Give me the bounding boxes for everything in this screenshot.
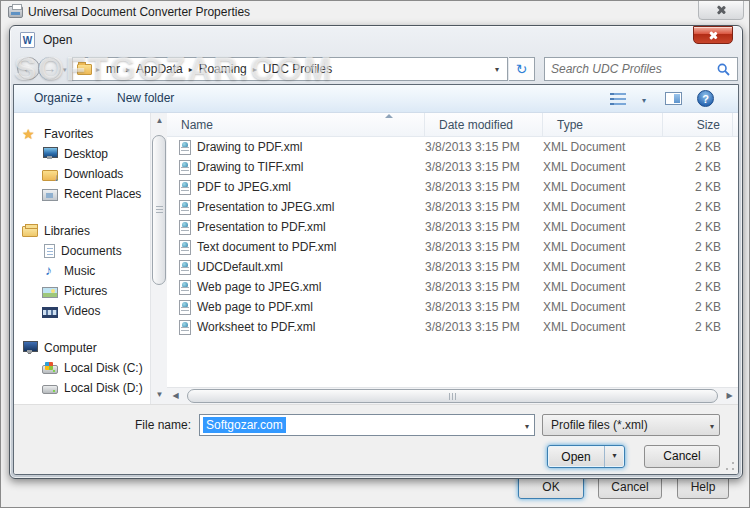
file-row[interactable]: PDF to JPEG.xml 3/8/2013 3:15 PM XML Doc…: [167, 177, 738, 197]
scrollbar-thumb[interactable]: [152, 135, 166, 285]
file-name-input[interactable]: Softgozar.com ▾: [199, 414, 535, 436]
group-libraries: Libraries Documents ♪ Music Pictures: [14, 220, 150, 321]
scroll-down-icon[interactable]: ▼: [151, 387, 168, 404]
dialog-close-button[interactable]: [693, 26, 733, 44]
sidebar-item-downloads[interactable]: Downloads: [14, 164, 150, 184]
column-header-date-modified[interactable]: Date modified: [425, 113, 543, 137]
scroll-up-icon[interactable]: ▲: [151, 113, 168, 130]
cancel-button[interactable]: Cancel: [644, 445, 720, 468]
crumb-appdata[interactable]: AppData: [136, 62, 183, 76]
file-date: 3/8/2013 3:15 PM: [425, 300, 543, 314]
file-list: Name Date modified Type Size Drawing to …: [167, 113, 738, 404]
sidebar-label: Desktop: [64, 147, 108, 161]
sidebar-item-computer[interactable]: Computer: [14, 337, 150, 358]
sidebar-item-libraries[interactable]: Libraries: [14, 220, 150, 241]
sidebar-item-desktop[interactable]: Desktop: [14, 144, 150, 164]
dialog-titlebar[interactable]: W Open: [10, 26, 742, 54]
xml-file-icon: [179, 140, 191, 155]
file-row[interactable]: Web page to PDF.xml 3/8/2013 3:15 PM XML…: [167, 297, 738, 317]
views-chevron-icon[interactable]: ▾: [642, 96, 646, 105]
column-header-size[interactable]: Size: [663, 113, 733, 137]
music-icon: ♪: [42, 264, 58, 278]
file-size: 2 KB: [663, 300, 733, 314]
sidebar-label: Music: [64, 264, 95, 278]
file-row[interactable]: Text document to PDF.xml 3/8/2013 3:15 P…: [167, 237, 738, 257]
file-name: PDF to JPEG.xml: [197, 180, 291, 194]
xml-file-icon: [179, 160, 191, 175]
chevron-down-icon[interactable]: ▾: [525, 422, 529, 431]
file-row[interactable]: Drawing to PDF.xml 3/8/2013 3:15 PM XML …: [167, 137, 738, 157]
help-icon[interactable]: ?: [697, 90, 714, 107]
file-type-dropdown[interactable]: Profile files (*.xml) ▾: [542, 414, 720, 436]
file-type: XML Document: [543, 220, 663, 234]
sidebar-item-recent-places[interactable]: Recent Places: [14, 184, 150, 204]
views-icon[interactable]: [611, 93, 626, 105]
file-row[interactable]: Presentation to JPEG.xml 3/8/2013 3:15 P…: [167, 197, 738, 217]
scroll-left-icon[interactable]: ◀: [167, 388, 184, 405]
resize-grip[interactable]: [725, 461, 735, 471]
crumb-user[interactable]: mr: [106, 62, 120, 76]
search-icon[interactable]: [717, 63, 730, 76]
file-date: 3/8/2013 3:15 PM: [425, 220, 543, 234]
scrollbar-thumb[interactable]: [187, 389, 718, 403]
open-split-arrow[interactable]: ▾: [604, 446, 624, 467]
organize-button[interactable]: Organize▾: [34, 91, 91, 105]
xml-file-icon: [179, 260, 191, 275]
history-chevron-icon[interactable]: ▾: [63, 66, 67, 74]
preview-pane-icon[interactable]: [665, 92, 682, 105]
sidebar-label: Downloads: [64, 167, 123, 181]
crumb-udc-profiles[interactable]: UDC Profiles: [263, 62, 332, 76]
file-date: 3/8/2013 3:15 PM: [425, 280, 543, 294]
file-type: XML Document: [543, 180, 663, 194]
sidebar-item-pictures[interactable]: Pictures: [14, 281, 150, 301]
file-name-label: File name:: [135, 418, 191, 432]
window-close-button[interactable]: [698, 0, 744, 20]
xml-file-icon: [179, 180, 191, 195]
sidebar-label: Libraries: [44, 224, 90, 238]
column-header-type[interactable]: Type: [543, 113, 663, 137]
horizontal-scrollbar[interactable]: ◀ ▶: [167, 387, 738, 404]
sidebar-item-local-disk-d[interactable]: Local Disk (D:): [14, 378, 150, 398]
sidebar-item-music[interactable]: ♪ Music: [14, 261, 150, 281]
crumb-roaming[interactable]: Roaming: [199, 62, 247, 76]
address-dropdown-icon[interactable]: ▾: [491, 65, 503, 74]
sidebar-item-local-disk-c[interactable]: Local Disk (C:): [14, 358, 150, 378]
address-bar: ← → ▾ ▸ mr ▸ AppData ▸ Roaming ▸ UDC Pro…: [10, 54, 742, 84]
close-icon: [716, 5, 726, 15]
file-date: 3/8/2013 3:15 PM: [425, 180, 543, 194]
file-row[interactable]: Worksheet to PDF.xml 3/8/2013 3:15 PM XM…: [167, 317, 738, 337]
refresh-button[interactable]: ↻: [509, 57, 535, 81]
forward-button[interactable]: →: [38, 57, 61, 80]
sidebar-label: Videos: [64, 304, 100, 318]
sidebar-item-documents[interactable]: Documents: [14, 241, 150, 261]
file-size: 2 KB: [663, 160, 733, 174]
file-name: Presentation to JPEG.xml: [197, 200, 334, 214]
column-label: Name: [181, 118, 213, 132]
new-folder-button[interactable]: New folder: [117, 91, 174, 105]
sidebar-label: Local Disk (C:): [64, 361, 143, 375]
scroll-right-icon[interactable]: ▶: [721, 388, 738, 405]
open-button[interactable]: Open ▾: [547, 445, 625, 468]
sidebar-item-videos[interactable]: Videos: [14, 301, 150, 321]
column-header-name[interactable]: Name: [167, 113, 425, 137]
list-header: Name Date modified Type Size: [167, 113, 738, 137]
file-row[interactable]: Drawing to TIFF.xml 3/8/2013 3:15 PM XML…: [167, 157, 738, 177]
sidebar-item-favorites[interactable]: ★ Favorites: [14, 123, 150, 144]
back-button[interactable]: ←: [17, 57, 40, 80]
group-favorites: ★ Favorites Desktop Downloads: [14, 123, 150, 204]
footer-panel: File name: Softgozar.com ▾ Profile files…: [14, 404, 738, 474]
file-name: Drawing to PDF.xml: [197, 140, 302, 154]
file-size: 2 KB: [663, 240, 733, 254]
group-computer: Computer Local Disk (C:) Local Disk (D:): [14, 337, 150, 398]
file-row[interactable]: Web page to JPEG.xml 3/8/2013 3:15 PM XM…: [167, 277, 738, 297]
sidebar-scrollbar[interactable]: ▲ ▼: [150, 113, 167, 404]
search-input[interactable]: [551, 59, 711, 79]
sidebar-label: Local Disk (D:): [64, 381, 143, 395]
breadcrumb[interactable]: ▸ mr ▸ AppData ▸ Roaming ▸ UDC Profiles …: [72, 57, 508, 81]
file-size: 2 KB: [663, 260, 733, 274]
open-label: Open: [548, 450, 604, 464]
file-type: XML Document: [543, 320, 663, 334]
window-titlebar: Universal Document Converter Properties: [1, 1, 749, 23]
file-row[interactable]: UDCDefault.xml 3/8/2013 3:15 PM XML Docu…: [167, 257, 738, 277]
file-row[interactable]: Presentation to PDF.xml 3/8/2013 3:15 PM…: [167, 217, 738, 237]
